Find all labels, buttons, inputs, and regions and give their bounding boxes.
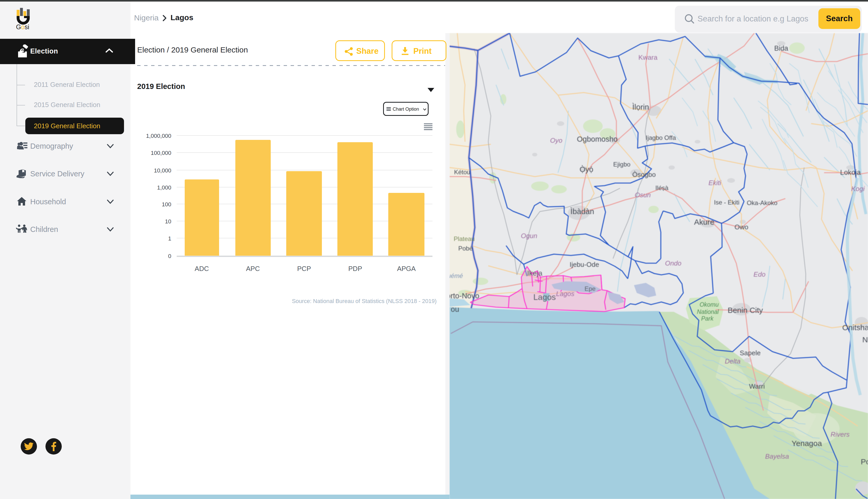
svg-text:Ogun: Ogun xyxy=(521,232,537,240)
svg-text:Osun: Osun xyxy=(635,191,651,199)
svg-text:Ìbàdàn: Ìbàdàn xyxy=(570,207,594,216)
svg-text:Kogi: Kogi xyxy=(851,185,865,193)
svg-text:orto-Novo: orto-Novo xyxy=(450,292,479,300)
svg-text:Plateau: Plateau xyxy=(454,235,475,242)
svg-text:Edo: Edo xyxy=(754,270,765,278)
svg-text:Oka-Akoko: Oka-Akoko xyxy=(747,199,778,206)
svg-text:Warri: Warri xyxy=(749,382,765,390)
svg-text:National: National xyxy=(697,308,719,315)
svg-text:APC: APC xyxy=(246,265,260,272)
svg-text:uémé: uémé xyxy=(450,272,463,279)
svg-text:Sapele: Sapele xyxy=(740,349,761,357)
svg-text:Epe: Epe xyxy=(584,285,596,292)
svg-text:Okomu: Okomu xyxy=(700,301,719,308)
svg-text:ou: ou xyxy=(451,305,459,313)
svg-text:Park: Park xyxy=(701,315,714,322)
svg-text:PDP: PDP xyxy=(348,265,362,272)
svg-text:Yenagoa: Yenagoa xyxy=(792,439,822,448)
svg-text:1: 1 xyxy=(168,235,171,242)
svg-text:Iléṣà: Iléṣà xyxy=(655,184,669,191)
svg-text:Kétou: Kétou xyxy=(454,169,470,175)
svg-text:Onitsha: Onitsha xyxy=(842,323,868,332)
svg-text:Ekiti: Ekiti xyxy=(708,179,721,187)
svg-text:Rivers: Rivers xyxy=(831,430,850,438)
svg-text:Pobè: Pobè xyxy=(458,245,473,252)
svg-text:Ikeja: Ikeja xyxy=(527,269,542,277)
svg-text:Port: Port xyxy=(861,458,868,466)
svg-text:Bida: Bida xyxy=(774,45,789,52)
svg-text:Ise - Ekiti: Ise - Ekiti xyxy=(714,199,740,206)
svg-text:Ijebu-Ode: Ijebu-Ode xyxy=(570,260,599,268)
svg-text:ADC: ADC xyxy=(195,265,209,272)
svg-text:10: 10 xyxy=(165,218,171,225)
svg-text:Nne: Nne xyxy=(862,335,868,344)
svg-text:Kwara: Kwara xyxy=(638,53,657,61)
svg-text:Owo: Owo xyxy=(734,223,748,231)
svg-text:Akure: Akure xyxy=(694,218,714,226)
svg-text:100: 100 xyxy=(162,201,171,208)
svg-text:Ondo: Ondo xyxy=(665,259,681,267)
svg-text:10,000: 10,000 xyxy=(154,167,171,174)
svg-text:1,000,000: 1,000,000 xyxy=(146,133,171,139)
svg-text:Ọ̀yọ́: Ọ̀yọ́ xyxy=(579,165,593,173)
svg-text:Bayelsa: Bayelsa xyxy=(765,452,789,460)
svg-text:Òṣogbo: Òṣogbo xyxy=(632,171,656,179)
svg-text:Lokoja: Lokoja xyxy=(840,169,861,177)
svg-text:APGA: APGA xyxy=(397,265,416,272)
svg-text:Ijagbo Offa: Ijagbo Offa xyxy=(646,134,676,141)
svg-text:1,000: 1,000 xyxy=(157,184,171,191)
svg-text:Benin City: Benin City xyxy=(728,306,763,314)
svg-text:Ogbomosho: Ogbomosho xyxy=(577,135,618,143)
svg-text:Ejigbo: Ejigbo xyxy=(613,161,631,168)
svg-text:Oyo: Oyo xyxy=(550,136,562,144)
svg-text:Ìlọrin: Ìlọrin xyxy=(632,102,649,111)
svg-text:Lagos: Lagos xyxy=(533,292,556,302)
svg-text:Lagos: Lagos xyxy=(556,290,575,297)
svg-text:Gosi: Gosi xyxy=(16,23,29,30)
svg-text:Delta: Delta xyxy=(725,357,741,365)
svg-text:PCP: PCP xyxy=(297,265,311,272)
svg-text:0: 0 xyxy=(168,253,171,259)
svg-text:100,000: 100,000 xyxy=(151,150,171,156)
